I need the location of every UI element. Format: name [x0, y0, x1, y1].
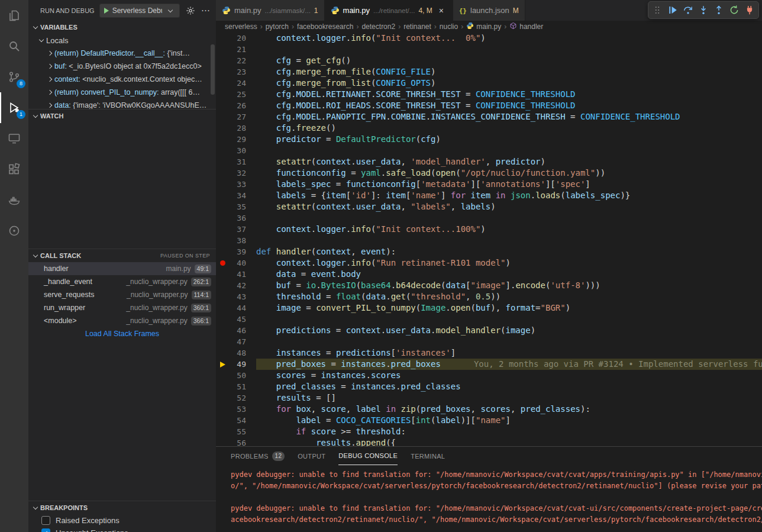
editor-tab-main.py[interactable]: main.py.../siammask/...1 — [216, 0, 325, 21]
watch-section-header[interactable]: WATCH — [28, 109, 216, 122]
panel-tab-terminal[interactable]: TERMINAL — [411, 447, 445, 465]
code-line[interactable]: 31 setattr(context.user_data, 'model_han… — [216, 156, 762, 167]
code-line[interactable]: 34 labels = {item['id']: item['name'] fo… — [216, 190, 762, 201]
call-stack-section-header[interactable]: CALL STACK PAUSED ON STEP — [28, 249, 216, 262]
editor-gutter[interactable]: 49 — [216, 359, 256, 370]
code-line[interactable]: 26 cfg.MODEL.ROI_HEADS.SCORE_THRESH_TEST… — [216, 100, 762, 111]
editor-gutter[interactable]: 33 — [216, 179, 256, 190]
stack-frame-row[interactable]: handlermain.py49:1 — [28, 262, 216, 275]
editor-gutter[interactable]: 53 — [216, 404, 256, 415]
breadcrumb-item-pytorch[interactable]: pytorch — [266, 22, 289, 31]
continue-icon[interactable] — [666, 2, 680, 18]
launch-config-dropdown[interactable]: Serverless Debu — [99, 4, 180, 18]
code-line[interactable]: 32 functionconfig = yaml.safe_load(open(… — [216, 167, 762, 179]
checkbox[interactable]: ✓ — [41, 528, 50, 532]
source-control-icon[interactable]: 8 — [0, 62, 28, 92]
editor-gutter[interactable]: 35 — [216, 201, 256, 212]
variable-row[interactable]: buf: <_io.BytesIO object at 0x7f5a2dc1ec… — [28, 60, 216, 73]
code-line[interactable]: 53 for box, score, label in zip(pred_box… — [216, 404, 762, 415]
restart-icon[interactable] — [727, 2, 741, 18]
stack-frame-row[interactable]: _handle_event_nuclio_wrapper.py262:1 — [28, 275, 216, 288]
code-line[interactable]: 44 image = convert_PIL_to_numpy(Image.op… — [216, 302, 762, 314]
variable-row[interactable]: context: <nuclio_sdk.context.Context obj… — [28, 73, 216, 86]
step-out-icon[interactable] — [712, 2, 726, 18]
load-all-stack-frames-link[interactable]: Load All Stack Frames — [28, 327, 216, 340]
code-line[interactable]: 36 — [216, 212, 762, 224]
editor-gutter[interactable]: 54 — [216, 415, 256, 426]
debug-settings-gear-icon[interactable] — [185, 5, 195, 17]
editor-gutter[interactable]: 32 — [216, 167, 256, 179]
code-line[interactable]: 37 context.logger.info("Init context...1… — [216, 224, 762, 235]
code-line[interactable]: 21 — [216, 44, 762, 55]
editor-gutter[interactable]: 24 — [216, 78, 256, 89]
search-icon[interactable] — [0, 31, 28, 62]
run-and-debug-icon[interactable]: 1 — [0, 92, 28, 123]
code-line[interactable]: 50 scores = instances.scores — [216, 370, 762, 381]
editor-gutter[interactable]: 51 — [216, 381, 256, 392]
code-line[interactable]: 23 cfg.merge_from_file(CONFIG_FILE) — [216, 66, 762, 78]
docker-icon[interactable] — [0, 185, 28, 215]
editor-gutter[interactable]: 47 — [216, 336, 256, 347]
editor-tab-launch.json[interactable]: {}launch.jsonM — [453, 0, 525, 21]
extensions-icon[interactable] — [0, 154, 28, 185]
breadcrumb-item-serverless[interactable]: serverless — [225, 22, 257, 31]
editor-gutter[interactable]: 25 — [216, 89, 256, 100]
editor-gutter[interactable]: 22 — [216, 55, 256, 66]
more-actions-icon[interactable]: ⋯ — [201, 5, 211, 17]
code-line[interactable]: 51 pred_classes = instances.pred_classes — [216, 381, 762, 392]
editor-gutter[interactable]: 56 — [216, 437, 256, 446]
editor-gutter[interactable]: 55 — [216, 426, 256, 437]
step-into-icon[interactable] — [696, 2, 711, 18]
editor-gutter[interactable]: 27 — [216, 111, 256, 122]
code-line[interactable]: 40 context.logger.info("Run retinanet-R1… — [216, 257, 762, 269]
code-line[interactable]: 48 instances = predictions['instances'] — [216, 347, 762, 359]
editor-tab-main.py[interactable]: main.py.../retinanet/...4, M× — [325, 0, 453, 21]
breadcrumb-item-main.py[interactable]: main.py — [466, 22, 501, 31]
code-line[interactable]: 42 buf = io.BytesIO(base64.b64decode(dat… — [216, 280, 762, 291]
variable-row[interactable]: data: {'image': 'iVBORw0KGgoAAAANSUhE… — [28, 99, 216, 109]
breakpoints-section-header[interactable]: BREAKPOINTS — [28, 501, 216, 514]
editor-gutter[interactable]: 31 — [216, 156, 256, 167]
code-line[interactable]: 39def handler(context, event): — [216, 246, 762, 257]
code-line[interactable]: 33 labels_spec = functionconfig['metadat… — [216, 179, 762, 190]
step-over-icon[interactable] — [681, 2, 695, 18]
code-line[interactable]: 52 results = [] — [216, 392, 762, 404]
code-line[interactable]: 55 if score >= threshold: — [216, 426, 762, 437]
breadcrumb-item-nuclio[interactable]: nuclio — [440, 22, 458, 31]
code-editor[interactable]: 20 context.logger.info("Init context... … — [216, 33, 762, 446]
editor-gutter[interactable]: 34 — [216, 190, 256, 201]
code-line[interactable]: 47 — [216, 336, 762, 347]
editor-gutter[interactable]: 21 — [216, 44, 256, 55]
editor-gutter[interactable]: 37 — [216, 224, 256, 235]
sidebar-scrollbar[interactable] — [211, 44, 215, 95]
code-line[interactable]: 41 data = event.body — [216, 269, 762, 280]
editor-gutter[interactable]: 26 — [216, 100, 256, 111]
breadcrumb-item-detectron2[interactable]: detectron2 — [361, 22, 395, 31]
editor-gutter[interactable]: 42 — [216, 280, 256, 291]
breakpoint-row[interactable]: Raised Exceptions — [28, 514, 216, 527]
breadcrumb-item-handler[interactable]: handler — [509, 22, 543, 31]
checkbox[interactable] — [41, 516, 50, 525]
editor-gutter[interactable]: 38 — [216, 235, 256, 246]
code-line[interactable]: 24 cfg.merge_from_list(CONFIG_OPTS) — [216, 78, 762, 89]
code-line[interactable]: 28 cfg.freeze() — [216, 122, 762, 134]
editor-gutter[interactable]: 46 — [216, 325, 256, 336]
editor-gutter[interactable]: 41 — [216, 269, 256, 280]
editor-gutter[interactable]: 39 — [216, 246, 256, 257]
code-line[interactable]: 27 cfg.MODEL.PANOPTIC_FPN.COMBINE.INSTAN… — [216, 111, 762, 122]
circle-dot-icon[interactable] — [0, 215, 28, 246]
editor-gutter[interactable]: 28 — [216, 122, 256, 134]
code-line[interactable]: 45 — [216, 314, 762, 325]
breakpoint-row[interactable]: ✓Uncaught Exceptions — [28, 527, 216, 532]
code-line[interactable]: 38 — [216, 235, 762, 246]
editor-gutter[interactable]: 52 — [216, 392, 256, 404]
disconnect-icon[interactable] — [742, 2, 757, 18]
code-line[interactable]: 20 context.logger.info("Init context... … — [216, 33, 762, 44]
editor-gutter[interactable]: 29 — [216, 134, 256, 145]
code-line[interactable]: 56 results.append({ — [216, 437, 762, 446]
editor-gutter[interactable]: 45 — [216, 314, 256, 325]
panel-tab-debug-console[interactable]: DEBUG CONSOLE — [338, 447, 398, 465]
editor-gutter[interactable]: 30 — [216, 145, 256, 156]
debug-console-output[interactable]: pydev debugger: unable to find translati… — [216, 465, 762, 532]
code-line[interactable]: 22 cfg = get_cfg() — [216, 55, 762, 66]
